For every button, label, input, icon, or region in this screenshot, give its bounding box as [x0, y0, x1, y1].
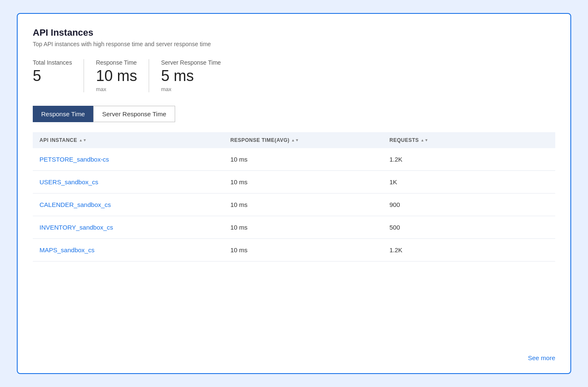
server-response-time-value: 5 ms — [161, 68, 220, 84]
response-time-cell: 10 ms — [230, 178, 389, 186]
api-instance-link[interactable]: PETSTORE_sandbox-cs — [39, 156, 230, 163]
tab-response-time[interactable]: Response Time — [33, 106, 93, 122]
total-instances-stat: Total Instances 5 — [33, 59, 84, 92]
response-time-cell: 10 ms — [230, 224, 389, 231]
card-subtitle: Top API instances with high response tim… — [33, 41, 555, 47]
card-title: API Instances — [33, 27, 555, 38]
tab-server-response-time[interactable]: Server Response Time — [93, 106, 175, 122]
table-row: PETSTORE_sandbox-cs10 ms1.2K — [33, 148, 555, 171]
api-instances-card: API Instances Top API instances with hig… — [17, 13, 571, 374]
tabs-row: Response Time Server Response Time — [33, 106, 555, 122]
table-row: USERS_sandbox_cs10 ms1K — [33, 171, 555, 194]
api-instance-link[interactable]: INVENTORY_sandbox_cs — [39, 224, 230, 231]
table-row: MAPS_sandbox_cs10 ms1.2K — [33, 239, 555, 261]
response-time-label: Response Time — [96, 59, 137, 66]
requests-cell: 1K — [389, 178, 549, 186]
response-time-value: 10 ms — [96, 68, 137, 84]
column-header-api-instance: API INSTANCE ▲▼ — [39, 137, 230, 143]
requests-cell: 500 — [389, 224, 549, 231]
table-body: PETSTORE_sandbox-cs10 ms1.2KUSERS_sandbo… — [33, 148, 555, 261]
api-instance-link[interactable]: USERS_sandbox_cs — [39, 178, 230, 186]
requests-cell: 900 — [389, 201, 549, 208]
table-row: INVENTORY_sandbox_cs10 ms500 — [33, 216, 555, 239]
response-time-cell: 10 ms — [230, 246, 389, 254]
response-time-cell: 10 ms — [230, 156, 389, 163]
stats-row: Total Instances 5 Response Time 10 ms ma… — [33, 59, 555, 92]
see-more-link[interactable]: See more — [528, 354, 555, 361]
table-container: API INSTANCE ▲▼ RESPONSE TIME(AVG) ▲▼ RE… — [33, 132, 555, 261]
response-time-stat: Response Time 10 ms max — [96, 59, 149, 92]
api-instance-link[interactable]: MAPS_sandbox_cs — [39, 246, 230, 254]
server-response-time-stat: Server Response Time 5 ms max — [161, 59, 232, 92]
column-header-response-time: RESPONSE TIME(AVG) ▲▼ — [230, 137, 389, 143]
sort-icon-response-time[interactable]: ▲▼ — [291, 138, 299, 142]
server-response-time-label: Server Response Time — [161, 59, 220, 66]
server-response-time-sub: max — [161, 86, 220, 92]
table-row: CALENDER_sandbox_cs10 ms900 — [33, 194, 555, 216]
api-instance-link[interactable]: CALENDER_sandbox_cs — [39, 201, 230, 208]
sort-icon-api-instance[interactable]: ▲▼ — [79, 138, 87, 142]
total-instances-label: Total Instances — [33, 59, 72, 66]
table-header: API INSTANCE ▲▼ RESPONSE TIME(AVG) ▲▼ RE… — [33, 132, 555, 148]
response-time-sub: max — [96, 86, 137, 92]
requests-cell: 1.2K — [389, 246, 549, 254]
sort-icon-requests[interactable]: ▲▼ — [420, 138, 428, 142]
total-instances-value: 5 — [33, 68, 72, 84]
response-time-cell: 10 ms — [230, 201, 389, 208]
requests-cell: 1.2K — [389, 156, 549, 163]
column-header-requests: REQUESTS ▲▼ — [389, 137, 549, 143]
